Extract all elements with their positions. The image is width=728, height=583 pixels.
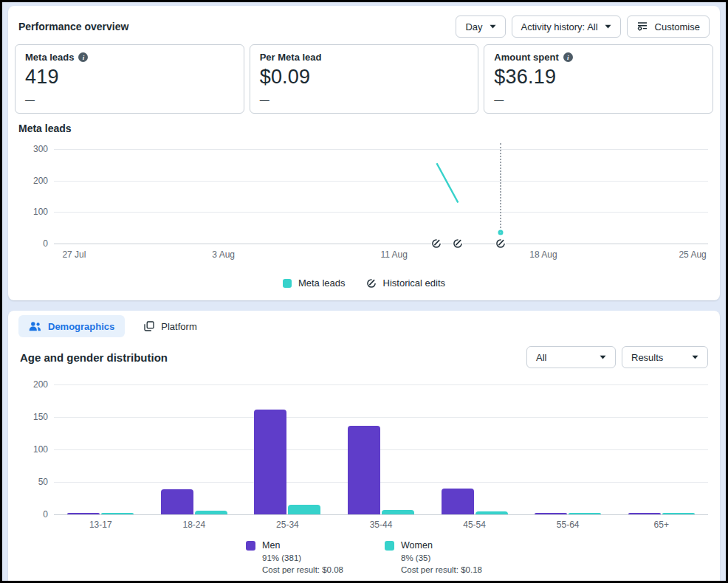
legend-women-name: Women <box>401 539 482 552</box>
activity-history-label: Activity history: All <box>521 21 598 32</box>
bar-women-55-64[interactable] <box>569 513 601 514</box>
tab-demographics[interactable]: Demographics <box>18 315 125 337</box>
performance-header: Performance overview Day Activity histor… <box>8 6 720 44</box>
info-icon[interactable]: i <box>78 52 88 62</box>
metric-card-0[interactable]: Meta leadsi419— <box>15 44 244 114</box>
age-label: 13-17 <box>54 520 148 530</box>
metric-value: $36.19 <box>494 66 703 89</box>
filter-label: All <box>536 352 546 363</box>
legend-men-cost: Cost per result: $0.08 <box>262 564 343 576</box>
y-axis-label: 0 <box>20 509 48 520</box>
age-label: 65+ <box>614 520 708 530</box>
bar-group-45-54 <box>427 384 521 514</box>
customise-label: Customise <box>655 21 700 32</box>
age-label: 35-44 <box>334 520 428 530</box>
bar-women-13-17[interactable] <box>101 513 134 514</box>
legend-men-share: 91% (381) <box>262 552 343 564</box>
bar-group-25-34 <box>241 384 334 514</box>
age-labels: 13-1718-2425-3435-4445-5455-6465+ <box>54 520 708 530</box>
chevron-down-icon <box>605 24 611 29</box>
historical-edit-icon[interactable] <box>431 238 442 249</box>
historical-edits-legend-icon <box>366 278 377 289</box>
metric-label: Amount spenti <box>494 52 703 63</box>
bar-men-35-44[interactable] <box>348 426 380 514</box>
tab-platform[interactable]: Platform <box>134 315 207 337</box>
legend-men-text: Men 91% (381) Cost per result: $0.08 <box>262 539 343 576</box>
y-axis-label: 300 <box>20 144 48 154</box>
tab-label: Demographics <box>48 321 114 332</box>
bar-men-65-[interactable] <box>628 513 661 514</box>
meta-leads-chart-title: Meta leads <box>18 123 720 134</box>
bar-men-45-54[interactable] <box>442 489 474 514</box>
age-label: 55-64 <box>521 520 615 530</box>
tabs: DemographicsPlatform <box>8 311 720 337</box>
gender-legend: Men 91% (381) Cost per result: $0.08 Wom… <box>8 530 720 583</box>
legend-swatch-men <box>246 541 255 551</box>
historical-edit-icon[interactable] <box>453 238 463 249</box>
bar-women-35-44[interactable] <box>382 510 414 514</box>
age-label: 25-34 <box>241 520 334 530</box>
day-dropdown-label: Day <box>465 21 482 32</box>
x-axis-label: 11 Aug <box>380 249 407 260</box>
page-title: Performance overview <box>18 21 128 32</box>
legend-men-name: Men <box>262 539 343 552</box>
bar-women-45-54[interactable] <box>475 511 508 514</box>
x-axis-label: 27 Jul <box>62 249 86 260</box>
performance-overview-card: Performance overview Day Activity histor… <box>8 6 720 300</box>
legend-women-text: Women 8% (35) Cost per result: $0.18 <box>401 539 482 576</box>
metric-value: 419 <box>25 66 234 89</box>
bar-men-55-64[interactable] <box>535 513 567 514</box>
legend-item-historical-edits: Historical edits <box>366 277 446 289</box>
tab-label: Platform <box>161 321 196 332</box>
legend-item-men: Men 91% (381) Cost per result: $0.08 <box>246 539 343 576</box>
bar-women-25-34[interactable] <box>288 505 320 514</box>
activity-history-dropdown[interactable]: Activity history: All <box>512 15 621 38</box>
metric-trend: — <box>260 94 469 106</box>
age-label: 18-24 <box>148 520 241 530</box>
y-axis-label: 100 <box>20 207 48 217</box>
y-axis-label: 100 <box>20 444 48 455</box>
x-axis-label: 18 Aug <box>529 249 557 260</box>
bar-group-55-64 <box>521 384 615 514</box>
customise-icon <box>636 21 648 33</box>
chevron-down-icon <box>600 355 606 359</box>
meta-leads-legend: Meta leads Historical edits <box>8 269 720 300</box>
age-gender-plot: 200150100500 <box>54 384 708 514</box>
hover-guideline <box>500 143 501 228</box>
y-axis-label: 200 <box>20 379 48 390</box>
layers-icon <box>144 321 154 331</box>
bar-men-13-17[interactable] <box>67 513 100 514</box>
meta-leads-chart: 300200100027 Jul3 Aug11 Aug18 Aug25 Aug <box>20 149 708 244</box>
age-gender-section-header: Age and gender distribution All Results <box>8 337 720 368</box>
metrics-row: Meta leadsi419—Per Meta lead$0.09—Amount… <box>8 44 720 114</box>
bar-men-18-24[interactable] <box>161 489 193 514</box>
meta-leads-plot: 300200100027 Jul3 Aug11 Aug18 Aug25 Aug <box>54 149 708 244</box>
y-axis-label: 50 <box>20 477 48 487</box>
info-icon[interactable]: i <box>563 52 573 62</box>
day-dropdown[interactable]: Day <box>456 15 505 38</box>
meta-leads-swatch <box>283 279 292 288</box>
metric-label: Per Meta lead <box>260 52 469 63</box>
metric-value: $0.09 <box>260 66 469 89</box>
breakdown-card: DemographicsPlatform Age and gender dist… <box>8 311 720 583</box>
bar-women-65-[interactable] <box>662 513 695 514</box>
breakdown-metric-dropdown[interactable]: Results <box>622 346 708 368</box>
bar-women-18-24[interactable] <box>195 511 227 514</box>
y-axis-label: 150 <box>20 412 48 422</box>
chevron-down-icon <box>692 355 698 359</box>
age-gender-chart: 200150100500 13-1718-2425-3435-4445-5455… <box>20 384 708 530</box>
metric-label: Meta leadsi <box>25 52 234 63</box>
customise-button[interactable]: Customise <box>627 15 710 38</box>
legend-swatch-women <box>385 541 394 551</box>
data-point-marker[interactable] <box>498 230 504 235</box>
bar-group-35-44 <box>334 384 428 514</box>
people-icon <box>29 321 41 331</box>
bar-men-25-34[interactable] <box>254 410 286 514</box>
legend-item-meta-leads: Meta leads <box>283 277 346 289</box>
breakdown-filter-dropdown[interactable]: All <box>526 346 616 368</box>
gridline <box>54 244 708 244</box>
metric-card-2[interactable]: Amount spenti$36.19— <box>484 44 713 114</box>
metric-card-1[interactable]: Per Meta lead$0.09— <box>250 44 479 114</box>
legend-label: Historical edits <box>383 277 446 289</box>
historical-edit-icon[interactable] <box>495 238 506 249</box>
